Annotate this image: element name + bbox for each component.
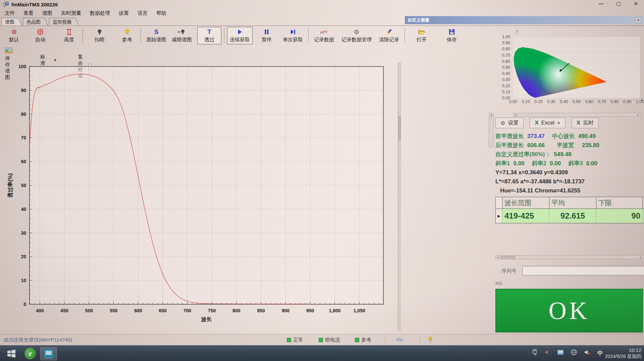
- cie-x-tick: 0.10: [520, 99, 532, 104]
- browser-e-button[interactable]: e: [23, 347, 37, 360]
- raw-spectrum-button[interactable]: S 原始谱图: [144, 27, 169, 44]
- app-icon: [3, 1, 9, 7]
- toolbar-separator: [224, 28, 224, 43]
- cell-average: 92.615: [549, 209, 596, 223]
- serial-number-label: 序列号: [501, 268, 517, 274]
- window-title: fmMainTMS 200226: [11, 2, 58, 7]
- blue-window-icon[interactable]: [557, 349, 564, 357]
- single-acquire-button[interactable]: 单次获取: [280, 27, 306, 44]
- auto-button[interactable]: 自动: [30, 27, 51, 44]
- volume-muted-icon[interactable]: [584, 349, 591, 357]
- col-lower-limit: 下限: [596, 197, 643, 209]
- panel-splitter[interactable]: [398, 62, 401, 331]
- result-text: OK: [549, 297, 590, 325]
- green-square-icon: [319, 338, 323, 342]
- cie-x-tick: 0.40: [557, 99, 570, 104]
- table-horizontal-scrollbar[interactable]: ◄ ►: [495, 255, 643, 259]
- step-forward-icon: [290, 28, 296, 36]
- play-icon: [237, 28, 243, 36]
- maximize-button[interactable]: ▢: [616, 1, 621, 7]
- menu-spectrum[interactable]: 谱图: [42, 10, 52, 16]
- cie-y-tick: 0.70: [495, 53, 510, 58]
- transmit-button[interactable]: T 透过: [197, 27, 221, 44]
- scroll-right-icon: ►: [639, 256, 642, 259]
- yellow-bulb-icon: [124, 28, 130, 36]
- minus-bulb-icon: [177, 28, 186, 36]
- menu-dataprocess[interactable]: 数据处理: [90, 10, 110, 16]
- measurement-line: 前半透波长373.47中心波长490.49: [495, 132, 644, 141]
- svg-text:30: 30: [21, 230, 26, 236]
- crosshair-icon: [37, 28, 44, 36]
- dark-button[interactable]: 扣暗: [89, 27, 110, 44]
- clear-record-button[interactable]: 清除记录: [376, 27, 402, 44]
- svg-text:透过率(%): 透过率(%): [7, 173, 13, 198]
- record-data-manage-button[interactable]: ⚙ 记录数据管理: [339, 27, 374, 44]
- starburst-icon: [11, 28, 17, 36]
- svg-text:90: 90: [21, 88, 26, 93]
- record-data-button[interactable]: 记录数据: [311, 27, 337, 44]
- close-button[interactable]: ✕: [634, 1, 638, 7]
- cie-x-tick: 0.70: [596, 99, 608, 104]
- title-bar: fmMainTMS 200226 — ▢ ✕: [0, 0, 644, 9]
- menu-file[interactable]: 文件: [5, 10, 15, 16]
- gear-icon: ⚙: [500, 120, 505, 126]
- menu-language[interactable]: 语言: [138, 10, 148, 16]
- svg-text:800: 800: [232, 308, 240, 313]
- cie-y-tick: 0.20: [495, 84, 510, 88]
- tab-spectrum[interactable]: 谱图: [1, 18, 17, 26]
- cie-x-tick: 0.30: [545, 99, 557, 104]
- serial-number-input[interactable]: [522, 266, 644, 275]
- cie-x-tick: 0.90: [621, 99, 634, 104]
- toolbar-separator: [308, 28, 309, 43]
- panel-close-icon[interactable]: ✕: [635, 17, 641, 23]
- cie-x-ticks: 0.000.100.200.300.400.500.600.700.800.90…: [513, 99, 644, 104]
- measurement-Lab: L*=87.65 a*=-37.4486 b*=-18.1737: [495, 177, 644, 186]
- taskbar-clock[interactable]: 10:12 2024/9/26 星期四: [605, 347, 641, 360]
- progress-percent: 0%: [396, 337, 403, 342]
- continuous-acquire-button[interactable]: 连续获取: [227, 27, 253, 44]
- cie-y-tick: 0.90: [495, 41, 510, 45]
- media-speaker-icon[interactable]: [544, 349, 550, 357]
- cie-y-tick: 0.50: [495, 65, 510, 70]
- connection-status-message: 成功连接光谱仪(MAYP114749): [3, 337, 72, 343]
- status-bar: 成功连接光谱仪(MAYP114749) 正常 暗电流 参考 0%: [0, 334, 644, 346]
- cie-y-axis-label: y: [516, 28, 518, 34]
- measurement-readouts: 前半透波长373.47中心波长490.49 后半透波长606.66半波宽235.…: [495, 132, 644, 195]
- excel-export-button[interactable]: X Excel ▼: [530, 118, 565, 128]
- height-button[interactable]: 高度: [58, 27, 80, 44]
- pause-button[interactable]: 暂停: [256, 27, 277, 44]
- pinned-app-button[interactable]: [40, 347, 57, 360]
- table-row[interactable]: ▶ 419-425 92.615 90: [496, 209, 643, 223]
- chevron-down-icon: ▼: [53, 58, 57, 62]
- menu-realtime[interactable]: 实时测量: [61, 10, 81, 16]
- panel-vertical-scrollbar[interactable]: ▲: [489, 113, 494, 147]
- col-average: 平均: [549, 197, 596, 209]
- excel-realtime-button[interactable]: X 实时: [572, 118, 599, 128]
- cie-x-tick: 0.20: [532, 99, 545, 104]
- settings-button[interactable]: ⚙ 设置: [495, 118, 524, 128]
- cie-horizontal-scrollbar[interactable]: ◄ ►: [513, 113, 641, 117]
- subtract-dark-button[interactable]: 减暗谱图: [169, 27, 195, 44]
- usb-icon[interactable]: [532, 349, 538, 357]
- cie-x-tick: 0.60: [583, 99, 596, 104]
- menu-view[interactable]: 查看: [23, 10, 34, 16]
- svg-text:400: 400: [36, 308, 44, 313]
- ime-language-indicator[interactable]: 中: [597, 349, 603, 357]
- cell-lower-limit: 90: [596, 209, 643, 223]
- app-window-icon: [44, 349, 54, 359]
- scrollbar-thumb[interactable]: [500, 256, 515, 259]
- network-globe-icon[interactable]: [571, 349, 577, 357]
- start-button[interactable]: [5, 347, 18, 360]
- minimize-button[interactable]: —: [598, 1, 603, 7]
- menu-help[interactable]: 帮助: [156, 10, 166, 16]
- col-wavelength-range: 波长范围: [502, 197, 549, 209]
- cie-y-tick: 1.00: [495, 35, 510, 39]
- reference-button[interactable]: 参考: [116, 27, 138, 44]
- green-square-icon: [287, 338, 291, 342]
- menu-settings[interactable]: 设置: [119, 10, 129, 16]
- default-button[interactable]: 默认: [3, 27, 25, 44]
- tab-chromaticity[interactable]: 色品图: [23, 18, 44, 26]
- svg-text:70: 70: [21, 135, 26, 140]
- tab-video[interactable]: 监控视频: [49, 18, 74, 26]
- windows-logo-icon: [7, 349, 16, 358]
